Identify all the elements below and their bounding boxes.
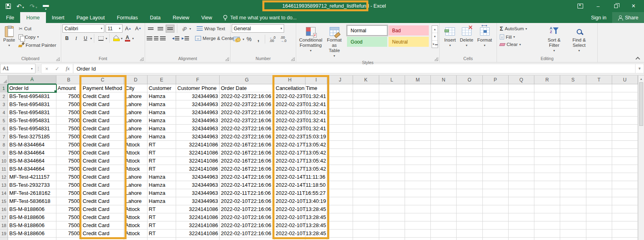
styles-scroll-up-icon[interactable]: ▲ — [432, 26, 438, 33]
cell-G9[interactable]: 2022-02-16T22:16:06 — [220, 149, 274, 157]
cell-M4[interactable] — [405, 109, 431, 117]
column-header-R[interactable]: R — [534, 75, 560, 84]
cell-C6[interactable]: Credit Card — [81, 125, 124, 133]
cell-Q14[interactable] — [509, 189, 534, 197]
cell-S3[interactable] — [560, 100, 586, 109]
cell-E9[interactable]: RT — [147, 149, 176, 157]
ribbon-display-options-button[interactable] — [571, 0, 589, 12]
cell-N3[interactable] — [431, 100, 457, 109]
decrease-decimal-button[interactable]: .00→.0 — [278, 35, 289, 43]
format-painter-button[interactable]: Format Painter — [17, 42, 58, 48]
cell-R9[interactable] — [534, 149, 560, 157]
cell-N15[interactable] — [431, 197, 457, 205]
cell-K14[interactable] — [353, 189, 379, 197]
cell-F7[interactable]: 324344963 — [176, 133, 220, 141]
cell-A3[interactable]: BS-Test-6954831 — [8, 100, 56, 109]
column-header-D[interactable]: D — [124, 75, 147, 84]
cell-G7[interactable]: 2022-02-23T22:16:06 — [220, 133, 274, 141]
cell-B12[interactable]: 7500 — [56, 173, 81, 181]
cell-D4[interactable]: Lahore — [124, 109, 147, 117]
row-header-16[interactable]: 16 — [0, 205, 8, 213]
tab-data[interactable]: Data — [144, 12, 166, 23]
row-header-19[interactable]: 19 — [0, 230, 8, 238]
cell-Q2[interactable] — [509, 92, 534, 100]
save-icon[interactable] — [6, 4, 11, 9]
cell-M17[interactable] — [405, 213, 431, 221]
cell-N6[interactable] — [431, 125, 457, 133]
paste-button[interactable]: Paste ▾ — [1, 24, 17, 49]
wrap-text-button[interactable]: Wrap Text — [195, 25, 226, 32]
cell-L7[interactable] — [379, 133, 405, 141]
cell-C8[interactable]: Credit Card — [81, 141, 124, 149]
row-header-4[interactable]: 4 — [0, 109, 8, 117]
cell-J1[interactable] — [327, 84, 353, 92]
cell-C5[interactable]: Credit Card — [81, 117, 124, 125]
align-center-button[interactable] — [154, 34, 159, 42]
cell-D17[interactable]: Attock — [124, 213, 147, 221]
cell-M6[interactable] — [405, 125, 431, 133]
cell-L10[interactable] — [379, 157, 405, 165]
column-header-F[interactable]: F — [176, 75, 220, 84]
cell-A15[interactable]: MF-Test-5836618 — [8, 197, 56, 205]
cell-K6[interactable] — [353, 125, 379, 133]
cell-C18[interactable]: Credit Card — [81, 221, 124, 230]
cell-E13[interactable]: Hamza — [147, 181, 176, 189]
cell-J9[interactable] — [327, 149, 353, 157]
cell-T6[interactable] — [586, 125, 612, 133]
cell-O2[interactable] — [457, 92, 482, 100]
cell-E19[interactable]: RT — [147, 230, 176, 238]
cell-N18[interactable] — [431, 221, 457, 230]
cell-J15[interactable] — [327, 197, 353, 205]
cell-O7[interactable] — [457, 133, 482, 141]
cell-L4[interactable] — [379, 109, 405, 117]
enter-icon[interactable]: ✓ — [52, 66, 62, 72]
column-header-O[interactable]: O — [457, 75, 482, 84]
cell-J3[interactable] — [327, 100, 353, 109]
cell-T14[interactable] — [586, 189, 612, 197]
cell-F1[interactable]: Customer Phone — [176, 84, 220, 92]
sort-filter-button[interactable]: AZ Sort & Filter ▾ — [542, 24, 567, 54]
cell-B13[interactable]: 7500 — [56, 181, 81, 189]
cell-K18[interactable] — [353, 221, 379, 230]
cell-C11[interactable]: Credit Card — [81, 165, 124, 173]
cell-P10[interactable] — [483, 157, 509, 165]
cell-M14[interactable] — [405, 189, 431, 197]
cell-Q1[interactable] — [509, 84, 534, 92]
cell-G10[interactable]: 2022-02-16T22:16:06 — [220, 157, 274, 165]
insert-function-icon[interactable]: fx — [62, 65, 73, 72]
cell-F19[interactable]: 3224141086 — [176, 230, 220, 238]
cell-G19[interactable]: 2022-02-10T22:16:06 — [220, 230, 274, 238]
cell-A6[interactable]: BS-Test-6954831 — [8, 125, 56, 133]
cell-J13[interactable] — [327, 181, 353, 189]
cell-E8[interactable]: RT — [147, 141, 176, 149]
tab-formulas[interactable]: Formulas — [111, 12, 144, 23]
cell-F2[interactable]: 324344963 — [176, 92, 220, 100]
cell-M2[interactable] — [405, 92, 431, 100]
cell-S15[interactable] — [560, 197, 586, 205]
share-button[interactable]: Share — [612, 12, 644, 23]
cell-J18[interactable] — [327, 221, 353, 230]
tab-home[interactable]: Home — [20, 12, 46, 23]
cell-E11[interactable]: RT — [147, 165, 176, 173]
bold-button[interactable]: B — [62, 34, 71, 42]
cell-D1[interactable]: City — [124, 84, 147, 92]
increase-indent-button[interactable]: ► — [181, 34, 189, 42]
cell-H5[interactable]: 2022-02-23T01:32:41 — [274, 117, 305, 125]
copy-button[interactable]: Copy▾ — [17, 33, 58, 40]
cell-U18[interactable] — [612, 221, 638, 230]
cell-O12[interactable] — [457, 173, 482, 181]
cell-N20[interactable] — [431, 238, 457, 240]
tell-me-box[interactable]: Tell me what you want to do... — [218, 12, 301, 23]
percent-style-button[interactable]: % — [245, 35, 253, 43]
cell-N1[interactable] — [431, 84, 457, 92]
cell-H8[interactable]: 2022-02-17T13:05:42 — [274, 141, 305, 149]
cell-K8[interactable] — [353, 141, 379, 149]
delete-cells-button[interactable]: Delete ▾ — [458, 24, 475, 49]
cell-F14[interactable]: 324344963 — [176, 189, 220, 197]
cell-B5[interactable]: 7500 — [56, 117, 81, 125]
cell-P9[interactable] — [483, 149, 509, 157]
cell-O11[interactable] — [457, 165, 482, 173]
cell-N19[interactable] — [431, 230, 457, 238]
borders-caret-icon[interactable]: ▾ — [106, 37, 107, 40]
cell-R1[interactable] — [534, 84, 560, 92]
